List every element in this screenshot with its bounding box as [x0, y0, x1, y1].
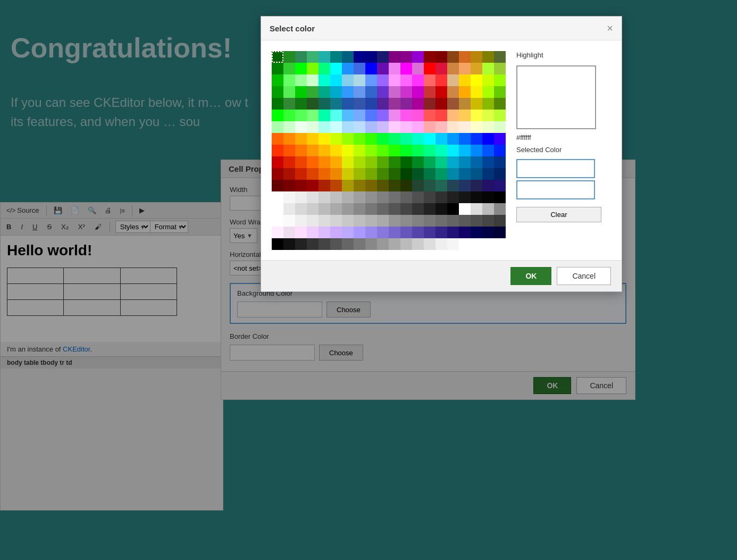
dialog-footer: OK Cancel [261, 260, 622, 291]
dialog-body: Highlight #ffffff Selected Color Clear [261, 40, 622, 260]
dialog-close-button[interactable]: × [607, 23, 613, 34]
dialog-header: Select color × [261, 16, 622, 40]
highlight-label: Highlight [516, 51, 601, 59]
selected-color-input-top[interactable] [516, 159, 595, 178]
clear-button[interactable]: Clear [516, 207, 601, 222]
dialog-title: Select color [270, 24, 315, 33]
select-color-dialog: Select color × Highlight #ffffff Selecte… [261, 16, 622, 292]
hex-value-text: #ffffff [516, 133, 601, 141]
selected-color-input-bottom[interactable] [516, 180, 595, 199]
selected-color-inputs [516, 159, 601, 199]
color-canvas[interactable] [272, 51, 506, 250]
dialog-cancel-button[interactable]: Cancel [557, 267, 611, 285]
dialog-ok-button[interactable]: OK [510, 267, 551, 285]
color-picker-right: Highlight #ffffff Selected Color Clear [516, 51, 601, 252]
highlight-box [516, 65, 596, 129]
color-picker-canvas[interactable] [272, 51, 506, 252]
selected-color-label: Selected Color [516, 146, 601, 154]
